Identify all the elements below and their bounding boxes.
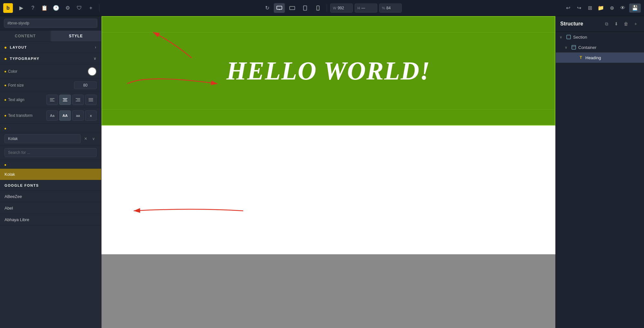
font-size-value xyxy=(30,81,97,89)
element-id-input[interactable] xyxy=(4,19,97,28)
transform-uppercase-button[interactable]: AA xyxy=(59,110,71,121)
svg-rect-3 xyxy=(290,6,295,10)
shield-icon[interactable]: 🛡 xyxy=(75,4,84,13)
color-row: Color xyxy=(0,64,101,79)
canvas-content: HELLO WORLD! xyxy=(101,16,555,328)
preview-icon[interactable]: 👁 xyxy=(618,4,627,13)
text-align-label: Text align xyxy=(5,98,30,102)
right-panel: Structure ⧉ ⬇ 🗑 + ∨ Section ∨ Container xyxy=(555,16,644,328)
width-field[interactable]: W 992 xyxy=(330,4,353,13)
download-icon[interactable]: ⬇ xyxy=(612,20,620,28)
typography-dot xyxy=(5,58,6,60)
text-transform-buttons: Aa AA aa x xyxy=(33,110,97,121)
layout-chevron-icon: › xyxy=(95,45,97,50)
structure-title: Structure xyxy=(560,21,583,27)
toolbar-right-actions: ↩ ↪ ⊞ 📁 ⊕ 👁 💾 xyxy=(563,4,641,13)
transform-lowercase-button[interactable]: aa xyxy=(72,110,84,121)
refresh-icon[interactable]: ↻ xyxy=(263,4,272,13)
font-option-abeezee[interactable]: ABeeZee xyxy=(0,191,101,202)
history-icon[interactable]: 🕐 xyxy=(52,4,61,13)
width-label: W xyxy=(333,6,336,10)
help-icon[interactable]: ? xyxy=(28,4,37,13)
toolbar-separator-2 xyxy=(327,4,327,12)
font-clear-icon[interactable]: ✕ xyxy=(82,136,89,142)
grid-icon[interactable]: ⊞ xyxy=(585,4,594,13)
wordpress-icon[interactable]: ⊕ xyxy=(607,4,616,13)
settings-icon[interactable]: ⚙ xyxy=(63,4,72,13)
layers-icon[interactable]: 📋 xyxy=(40,4,49,13)
align-right-button[interactable] xyxy=(72,95,84,105)
section-label: Section xyxy=(573,35,587,40)
canvas-heading[interactable]: HELLO WORLD! xyxy=(226,56,431,86)
font-search-bar xyxy=(0,145,101,160)
right-panel-header: Structure ⧉ ⬇ 🗑 + xyxy=(556,16,644,32)
element-id-bar xyxy=(0,16,101,31)
section-element-icon xyxy=(566,34,571,40)
mobile-view-button[interactable] xyxy=(312,3,323,13)
content-tab[interactable]: CONTENT xyxy=(0,31,51,42)
folder-icon[interactable]: 📁 xyxy=(596,4,605,13)
add-structure-icon[interactable]: + xyxy=(632,20,639,28)
font-dropdown-icon[interactable]: ∨ xyxy=(90,136,97,142)
text-transform-row: Text transform Aa AA aa x xyxy=(0,108,101,124)
color-dot xyxy=(5,71,6,72)
height-field[interactable]: H — xyxy=(355,4,377,13)
style-tab[interactable]: STYLE xyxy=(51,31,101,42)
typography-label: TYPOGRAPHY xyxy=(10,57,40,61)
text-transform-dot xyxy=(5,115,6,117)
heading-element-icon: T xyxy=(578,55,583,60)
left-panel: CONTENT STYLE LAYOUT › TYPOGRAPHY ∨ xyxy=(0,16,101,328)
align-center-button[interactable] xyxy=(59,95,71,105)
tab-bar: CONTENT STYLE xyxy=(0,31,101,42)
svg-rect-0 xyxy=(277,6,282,9)
font-option-abhaya-libre[interactable]: Abhaya Libre xyxy=(0,214,101,226)
selected-font-option[interactable]: Kolak xyxy=(0,169,101,180)
transform-other-button[interactable]: x xyxy=(85,110,97,121)
app-logo[interactable]: b xyxy=(3,3,13,13)
svg-rect-23 xyxy=(572,45,576,49)
cursor-tool-icon[interactable]: ▶ xyxy=(17,4,26,13)
font-size-input[interactable] xyxy=(74,81,97,89)
canvas-section-white[interactable] xyxy=(101,126,555,254)
font-option-abel[interactable]: Abel xyxy=(0,202,101,214)
right-panel-actions: ⧉ ⬇ 🗑 + xyxy=(603,20,639,28)
tablet-landscape-view-button[interactable] xyxy=(287,3,298,13)
zoom-label: % xyxy=(382,6,385,10)
height-value: — xyxy=(361,6,365,10)
align-left-button[interactable] xyxy=(46,95,58,105)
font-selector-input[interactable] xyxy=(5,134,81,143)
tree-item-heading[interactable]: T Heading xyxy=(556,52,644,63)
font-search-input[interactable] xyxy=(5,148,97,157)
container-chevron-icon: ∨ xyxy=(565,45,569,50)
desktop-view-button[interactable] xyxy=(274,3,285,13)
copy-icon[interactable]: ⧉ xyxy=(603,20,610,28)
typography-section-header[interactable]: TYPOGRAPHY ∨ xyxy=(0,53,101,64)
align-justify-button[interactable] xyxy=(85,95,97,105)
color-swatch[interactable] xyxy=(88,67,97,76)
delete-icon[interactable]: 🗑 xyxy=(622,20,630,28)
tree-item-section[interactable]: ∨ Section xyxy=(556,32,644,42)
layout-section-header[interactable]: LAYOUT › xyxy=(0,42,101,53)
tablet-portrait-view-button[interactable] xyxy=(300,3,311,13)
container-label: Container xyxy=(578,45,596,50)
add-icon[interactable]: + xyxy=(86,4,95,13)
zoom-field[interactable]: % 84 xyxy=(379,4,402,13)
save-icon[interactable]: 💾 xyxy=(629,4,641,13)
main-layout: CONTENT STYLE LAYOUT › TYPOGRAPHY ∨ xyxy=(0,16,644,328)
font-dot xyxy=(5,128,6,129)
height-label: H xyxy=(358,6,360,10)
tree-item-container[interactable]: ∨ Container xyxy=(556,42,644,52)
transform-none-button[interactable]: Aa xyxy=(46,110,58,121)
undo-icon[interactable]: ↩ xyxy=(563,4,572,13)
heading-label: Heading xyxy=(585,55,601,60)
svg-rect-4 xyxy=(303,6,307,10)
font-selector-actions: ✕ ∨ xyxy=(82,136,97,142)
width-value: 992 xyxy=(338,6,344,10)
color-label: Color xyxy=(5,69,30,74)
canvas-section-green[interactable]: HELLO WORLD! xyxy=(101,16,555,126)
svg-point-6 xyxy=(318,9,318,10)
text-transform-label: Text transform xyxy=(5,113,33,118)
top-toolbar: b ▶ ? 📋 🕐 ⚙ 🛡 + ↻ W 992 H — % 84 xyxy=(0,0,644,16)
google-fonts-header: GOOGLE FONTS xyxy=(0,180,101,191)
redo-icon[interactable]: ↪ xyxy=(574,4,583,13)
